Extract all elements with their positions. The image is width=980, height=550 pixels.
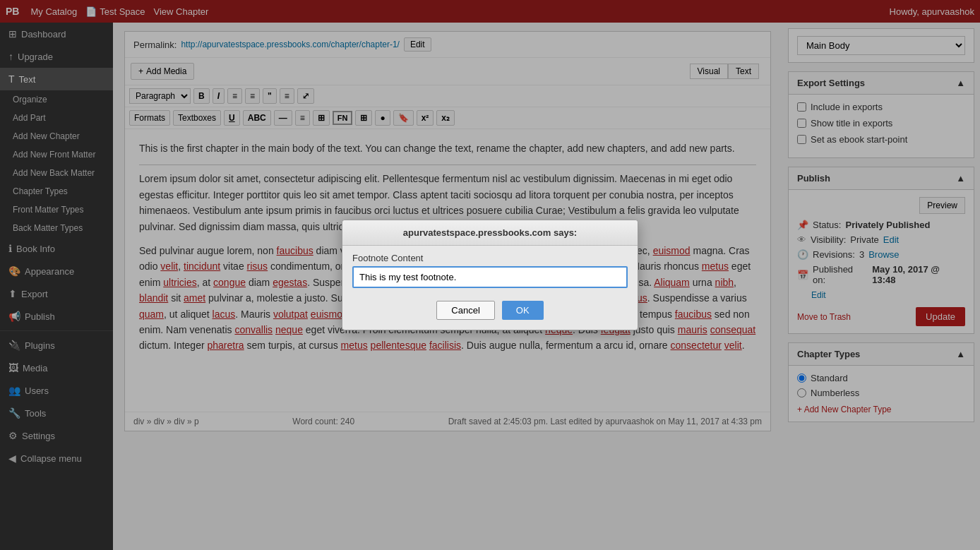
dialog-label: Footnote Content bbox=[342, 246, 638, 266]
dialog-input-row bbox=[342, 266, 638, 295]
dialog-ok-button[interactable]: OK bbox=[502, 301, 544, 320]
dialog-overlay: apurvatestspace.pressbooks.com says: Foo… bbox=[0, 0, 980, 550]
dialog-buttons: Cancel OK bbox=[342, 295, 638, 330]
dialog-cancel-button[interactable]: Cancel bbox=[436, 301, 494, 320]
dialog-box: apurvatestspace.pressbooks.com says: Foo… bbox=[342, 220, 638, 330]
footnote-input[interactable] bbox=[352, 266, 628, 288]
dialog-title: apurvatestspace.pressbooks.com says: bbox=[342, 220, 638, 246]
